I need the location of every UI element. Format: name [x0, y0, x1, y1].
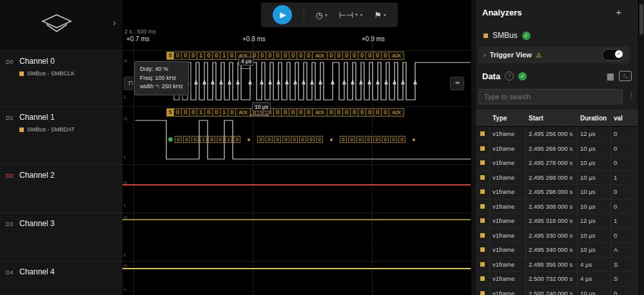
logo-area: ›: [0, 0, 122, 50]
frame-color-cell: [476, 142, 490, 156]
search-input[interactable]: [478, 89, 623, 104]
sidebar-collapse-chevron[interactable]: ›: [113, 17, 116, 28]
channel-row-d1[interactable]: D1Channel 1SMBus - SMBDAT: [0, 106, 122, 165]
frame-duration-cell: 10 µs: [578, 229, 611, 243]
timing-marker-button[interactable]: ◷▾: [315, 10, 327, 20]
frame-color-cell: [476, 272, 490, 286]
channel-row-d4[interactable]: D4Channel 4: [0, 261, 122, 295]
frame-start-cell: 2.495 330 000 s: [526, 229, 578, 243]
column-header-type[interactable]: Type: [490, 109, 526, 126]
tooltip-duty: Duty: 40 %: [140, 65, 183, 74]
analyzer-item-smbus[interactable]: SMBus ✓: [483, 31, 531, 40]
frame-color-swatch: [480, 204, 485, 209]
frame-start-cell: 2.500 732 000 s: [526, 272, 578, 286]
channel-row-d3[interactable]: D3Channel 3: [0, 213, 122, 262]
frame-color-swatch: [480, 218, 485, 223]
frame-start-cell: 2.495 318 000 s: [526, 214, 578, 228]
analyzer-label: SMBus: [493, 31, 518, 40]
d1-bit-marker: 0: [356, 136, 364, 143]
add-analyzer-button[interactable]: +: [616, 6, 621, 17]
channel-name-label: Channel 4: [19, 267, 55, 276]
channel-name-label: Channel 0: [19, 57, 55, 66]
frame-color-cell: [476, 127, 490, 141]
analyzer-color-swatch: [19, 71, 24, 76]
data-width-measurement-label[interactable]: 10 µs: [252, 102, 271, 111]
clock-width-measurement-bracket: [240, 67, 251, 70]
terminal-view-icon[interactable]: ›_: [619, 71, 632, 81]
frame-value-cell: S: [611, 258, 638, 272]
frame-color-swatch: [480, 247, 485, 252]
channel-id-label: D3: [6, 221, 14, 227]
frame-color-swatch: [480, 160, 485, 165]
frame-type-cell: v1frame: [490, 200, 526, 214]
clock-width-measurement-label[interactable]: 4 µs: [239, 57, 254, 66]
analyzers-panel: Analyzers + SMBus ✓ › Trigger View ⚠ ✓ D…: [476, 0, 638, 295]
next-edge-button[interactable]: ↠: [450, 77, 464, 90]
add-measurement-button[interactable]: ⊢⊣+▾: [339, 10, 363, 20]
panel-scrollbar[interactable]: [638, 0, 644, 295]
d0-ack-frame[interactable]: ACK: [389, 52, 404, 60]
d0-ack-frame[interactable]: ACK: [312, 52, 327, 60]
frame-table-row[interactable]: v1frame2.500 740 000 s10 µs0: [476, 287, 638, 295]
d1-ack-frame[interactable]: ACK: [312, 108, 327, 117]
d1-ack-dot: [413, 138, 415, 141]
frame-table-row[interactable]: v1frame2.495 288 000 s10 µs1: [476, 171, 638, 186]
annotations-button[interactable]: ⚑▾: [374, 10, 386, 20]
frame-table-row[interactable]: v1frame2.495 256 000 s12 µs0: [476, 127, 638, 142]
measurement-icon: ⊢⊣: [339, 10, 354, 20]
frame-type-cell: v1frame: [490, 156, 526, 170]
frame-duration-cell: 10 µs: [578, 171, 611, 185]
frame-table-row[interactable]: v1frame2.495 298 000 s10 µs0: [476, 185, 638, 200]
analyzer-status-check-icon: ✓: [522, 32, 531, 40]
column-header-val[interactable]: val: [611, 109, 638, 126]
help-icon[interactable]: ?: [505, 71, 514, 81]
d3-trace: [122, 219, 471, 220]
search-options-icon[interactable]: ⋮: [628, 91, 635, 100]
tooltip-width: width⁻¹: 250 kHz: [140, 82, 183, 91]
chevron-down-icon: ▾: [360, 12, 363, 18]
d1-decode-row: S00010010ACK00000000ACK00000000ACK: [166, 108, 404, 117]
frame-value-cell: 1: [611, 214, 638, 228]
trigger-view-toggle[interactable]: ✓: [602, 49, 624, 61]
d1-ack-frame[interactable]: ACK: [235, 108, 251, 117]
trigger-view-row[interactable]: › Trigger View ⚠ ✓: [478, 46, 629, 63]
frame-table-row[interactable]: v1frame2.500 732 000 s4 µsS: [476, 272, 638, 287]
frame-table-row[interactable]: v1frame2.495 278 000 s10 µs0: [476, 156, 638, 171]
frame-table-row[interactable]: v1frame2.495 340 000 s10 µsA: [476, 243, 638, 258]
d1-ack-frame[interactable]: ACK: [389, 108, 404, 117]
channel-row-d0[interactable]: D0Channel 0SMBus - SMBCLK: [0, 50, 122, 107]
d1-bit-marker: 0: [373, 136, 380, 143]
frame-value-cell: 0: [611, 142, 638, 156]
frame-color-swatch: [480, 291, 485, 295]
frame-start-cell: 2.495 256 000 s: [526, 127, 578, 141]
d1-bit-marker: 0: [191, 136, 199, 143]
waveform-area[interactable]: 2 s : 500 ms Duty: 40 % Freq: 100 kHz wi…: [122, 0, 471, 295]
frame-type-cell: v1frame: [490, 272, 526, 286]
channel-row-d2[interactable]: D2Channel 2: [0, 164, 122, 213]
frames-table: TypeStartDurationvalv1frame2.495 256 000…: [476, 109, 638, 295]
chevron-down-icon: ▾: [325, 12, 327, 18]
frame-start-cell: 2.495 278 000 s: [526, 156, 578, 170]
tooltip-freq: Freq: 100 kHz: [140, 74, 183, 83]
column-header-duration[interactable]: Duration: [578, 109, 611, 126]
d1-bit-marker: 0: [175, 136, 182, 143]
frame-table-row[interactable]: v1frame2.495 268 000 s10 µs0: [476, 142, 638, 157]
data-status-check-icon: ✓: [518, 72, 527, 81]
frame-type-cell: v1frame: [490, 171, 526, 185]
frame-color-cell: [476, 243, 490, 257]
column-header-start[interactable]: Start: [526, 109, 578, 126]
data-section-label: Data: [482, 71, 500, 81]
frame-table-row[interactable]: v1frame2.495 308 000 s10 µs0: [476, 200, 638, 214]
analyzer-name: SMBus - SMBDAT: [27, 126, 75, 133]
frame-color-cell: [476, 287, 490, 295]
frame-table-row[interactable]: v1frame2.495 318 000 s12 µs1: [476, 214, 638, 229]
d1-bit-marker: 1: [200, 136, 207, 143]
frame-value-cell: 0: [611, 127, 638, 141]
frame-table-row[interactable]: v1frame2.495 356 000 s4 µsS: [476, 258, 638, 272]
table-view-icon[interactable]: ▦: [607, 71, 614, 81]
d1-bit-marker: 0: [299, 136, 306, 143]
analyzer-name: SMBus - SMBCLK: [27, 70, 75, 77]
play-button[interactable]: ▶: [273, 5, 292, 24]
scrollbar-thumb[interactable]: [639, 4, 643, 35]
frame-table-row[interactable]: v1frame2.495 330 000 s10 µs0: [476, 229, 638, 243]
